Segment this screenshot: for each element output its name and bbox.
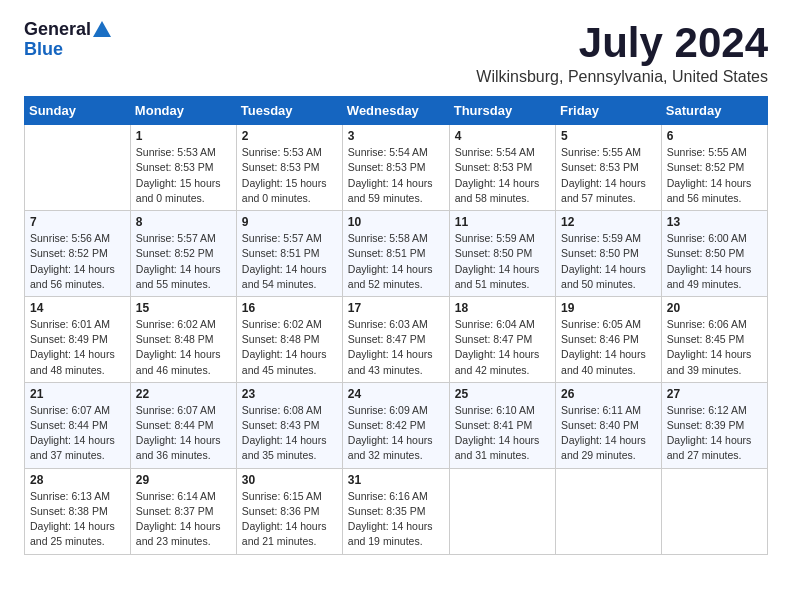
day-info: Sunrise: 6:05 AM Sunset: 8:46 PM Dayligh… (561, 317, 656, 378)
calendar-week-row: 7Sunrise: 5:56 AM Sunset: 8:52 PM Daylig… (25, 211, 768, 297)
table-row: 23Sunrise: 6:08 AM Sunset: 8:43 PM Dayli… (236, 382, 342, 468)
day-number: 21 (30, 387, 125, 401)
day-number: 24 (348, 387, 444, 401)
day-number: 12 (561, 215, 656, 229)
header: General Blue July 2024 Wilkinsburg, Penn… (24, 20, 768, 86)
day-info: Sunrise: 6:01 AM Sunset: 8:49 PM Dayligh… (30, 317, 125, 378)
table-row: 26Sunrise: 6:11 AM Sunset: 8:40 PM Dayli… (556, 382, 662, 468)
day-info: Sunrise: 6:12 AM Sunset: 8:39 PM Dayligh… (667, 403, 762, 464)
table-row: 21Sunrise: 6:07 AM Sunset: 8:44 PM Dayli… (25, 382, 131, 468)
day-info: Sunrise: 6:13 AM Sunset: 8:38 PM Dayligh… (30, 489, 125, 550)
day-info: Sunrise: 5:58 AM Sunset: 8:51 PM Dayligh… (348, 231, 444, 292)
table-row: 11Sunrise: 5:59 AM Sunset: 8:50 PM Dayli… (449, 211, 555, 297)
day-number: 31 (348, 473, 444, 487)
day-number: 3 (348, 129, 444, 143)
day-number: 20 (667, 301, 762, 315)
table-row (556, 468, 662, 554)
table-row: 31Sunrise: 6:16 AM Sunset: 8:35 PM Dayli… (342, 468, 449, 554)
table-row: 24Sunrise: 6:09 AM Sunset: 8:42 PM Dayli… (342, 382, 449, 468)
day-number: 6 (667, 129, 762, 143)
logo-general-text: General (24, 20, 91, 40)
header-tuesday: Tuesday (236, 97, 342, 125)
table-row: 28Sunrise: 6:13 AM Sunset: 8:38 PM Dayli… (25, 468, 131, 554)
table-row: 9Sunrise: 5:57 AM Sunset: 8:51 PM Daylig… (236, 211, 342, 297)
day-number: 25 (455, 387, 550, 401)
header-monday: Monday (130, 97, 236, 125)
day-info: Sunrise: 6:03 AM Sunset: 8:47 PM Dayligh… (348, 317, 444, 378)
day-number: 22 (136, 387, 231, 401)
day-number: 11 (455, 215, 550, 229)
table-row: 22Sunrise: 6:07 AM Sunset: 8:44 PM Dayli… (130, 382, 236, 468)
day-info: Sunrise: 6:08 AM Sunset: 8:43 PM Dayligh… (242, 403, 337, 464)
table-row: 20Sunrise: 6:06 AM Sunset: 8:45 PM Dayli… (661, 296, 767, 382)
day-number: 16 (242, 301, 337, 315)
header-saturday: Saturday (661, 97, 767, 125)
table-row: 5Sunrise: 5:55 AM Sunset: 8:53 PM Daylig… (556, 125, 662, 211)
day-number: 9 (242, 215, 337, 229)
table-row: 18Sunrise: 6:04 AM Sunset: 8:47 PM Dayli… (449, 296, 555, 382)
day-number: 30 (242, 473, 337, 487)
day-number: 10 (348, 215, 444, 229)
day-info: Sunrise: 5:54 AM Sunset: 8:53 PM Dayligh… (455, 145, 550, 206)
table-row: 17Sunrise: 6:03 AM Sunset: 8:47 PM Dayli… (342, 296, 449, 382)
table-row: 14Sunrise: 6:01 AM Sunset: 8:49 PM Dayli… (25, 296, 131, 382)
month-title: July 2024 (476, 20, 768, 66)
day-info: Sunrise: 5:55 AM Sunset: 8:53 PM Dayligh… (561, 145, 656, 206)
header-sunday: Sunday (25, 97, 131, 125)
day-number: 26 (561, 387, 656, 401)
day-info: Sunrise: 6:07 AM Sunset: 8:44 PM Dayligh… (30, 403, 125, 464)
day-info: Sunrise: 5:55 AM Sunset: 8:52 PM Dayligh… (667, 145, 762, 206)
day-info: Sunrise: 6:04 AM Sunset: 8:47 PM Dayligh… (455, 317, 550, 378)
day-number: 7 (30, 215, 125, 229)
header-wednesday: Wednesday (342, 97, 449, 125)
table-row: 16Sunrise: 6:02 AM Sunset: 8:48 PM Dayli… (236, 296, 342, 382)
day-info: Sunrise: 5:56 AM Sunset: 8:52 PM Dayligh… (30, 231, 125, 292)
table-row: 3Sunrise: 5:54 AM Sunset: 8:53 PM Daylig… (342, 125, 449, 211)
day-number: 2 (242, 129, 337, 143)
day-info: Sunrise: 6:11 AM Sunset: 8:40 PM Dayligh… (561, 403, 656, 464)
day-info: Sunrise: 5:57 AM Sunset: 8:51 PM Dayligh… (242, 231, 337, 292)
day-info: Sunrise: 5:53 AM Sunset: 8:53 PM Dayligh… (136, 145, 231, 206)
day-info: Sunrise: 5:53 AM Sunset: 8:53 PM Dayligh… (242, 145, 337, 206)
table-row: 4Sunrise: 5:54 AM Sunset: 8:53 PM Daylig… (449, 125, 555, 211)
table-row: 10Sunrise: 5:58 AM Sunset: 8:51 PM Dayli… (342, 211, 449, 297)
day-number: 19 (561, 301, 656, 315)
table-row: 29Sunrise: 6:14 AM Sunset: 8:37 PM Dayli… (130, 468, 236, 554)
day-number: 5 (561, 129, 656, 143)
location-title: Wilkinsburg, Pennsylvania, United States (476, 68, 768, 86)
title-area: July 2024 Wilkinsburg, Pennsylvania, Uni… (476, 20, 768, 86)
day-number: 14 (30, 301, 125, 315)
day-info: Sunrise: 6:16 AM Sunset: 8:35 PM Dayligh… (348, 489, 444, 550)
table-row (25, 125, 131, 211)
day-number: 15 (136, 301, 231, 315)
calendar-week-row: 1Sunrise: 5:53 AM Sunset: 8:53 PM Daylig… (25, 125, 768, 211)
logo-icon (93, 21, 111, 37)
table-row: 12Sunrise: 5:59 AM Sunset: 8:50 PM Dayli… (556, 211, 662, 297)
day-info: Sunrise: 5:59 AM Sunset: 8:50 PM Dayligh… (561, 231, 656, 292)
day-number: 1 (136, 129, 231, 143)
logo: General Blue (24, 20, 111, 60)
day-info: Sunrise: 6:15 AM Sunset: 8:36 PM Dayligh… (242, 489, 337, 550)
day-number: 8 (136, 215, 231, 229)
day-info: Sunrise: 6:06 AM Sunset: 8:45 PM Dayligh… (667, 317, 762, 378)
day-info: Sunrise: 5:57 AM Sunset: 8:52 PM Dayligh… (136, 231, 231, 292)
day-number: 28 (30, 473, 125, 487)
day-number: 29 (136, 473, 231, 487)
table-row: 27Sunrise: 6:12 AM Sunset: 8:39 PM Dayli… (661, 382, 767, 468)
header-thursday: Thursday (449, 97, 555, 125)
table-row: 13Sunrise: 6:00 AM Sunset: 8:50 PM Dayli… (661, 211, 767, 297)
logo-blue-text: Blue (24, 40, 63, 60)
svg-marker-0 (93, 21, 111, 37)
table-row: 8Sunrise: 5:57 AM Sunset: 8:52 PM Daylig… (130, 211, 236, 297)
table-row: 15Sunrise: 6:02 AM Sunset: 8:48 PM Dayli… (130, 296, 236, 382)
calendar-week-row: 28Sunrise: 6:13 AM Sunset: 8:38 PM Dayli… (25, 468, 768, 554)
header-friday: Friday (556, 97, 662, 125)
day-info: Sunrise: 6:00 AM Sunset: 8:50 PM Dayligh… (667, 231, 762, 292)
day-info: Sunrise: 6:07 AM Sunset: 8:44 PM Dayligh… (136, 403, 231, 464)
day-info: Sunrise: 5:59 AM Sunset: 8:50 PM Dayligh… (455, 231, 550, 292)
day-info: Sunrise: 6:02 AM Sunset: 8:48 PM Dayligh… (242, 317, 337, 378)
table-row: 7Sunrise: 5:56 AM Sunset: 8:52 PM Daylig… (25, 211, 131, 297)
day-info: Sunrise: 6:09 AM Sunset: 8:42 PM Dayligh… (348, 403, 444, 464)
table-row: 25Sunrise: 6:10 AM Sunset: 8:41 PM Dayli… (449, 382, 555, 468)
day-number: 18 (455, 301, 550, 315)
